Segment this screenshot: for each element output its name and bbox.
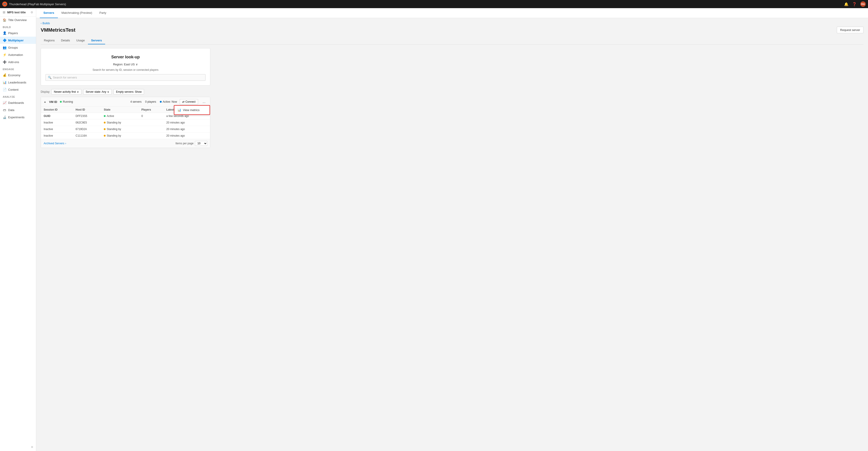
brand-gear-icon[interactable]: ⚙ (31, 11, 33, 14)
cell-state: Standing by (101, 119, 138, 126)
automation-icon: ⚡ (3, 53, 6, 57)
sidebar-item-economy[interactable]: 💰 Economy (0, 71, 36, 79)
sidebar-item-label: Automation (8, 53, 23, 57)
topbar: 🎮 Thunderhead (PlayFab Multiplayer Serve… (0, 0, 868, 8)
sidebar-item-multiplayer[interactable]: 🔷 Multiplayer (0, 37, 36, 44)
sidebar-item-groups[interactable]: 👥 Groups (0, 44, 36, 51)
app-logo: 🎮 (2, 2, 7, 6)
cell-host-id: 6719D2A (73, 126, 101, 132)
sidebar-item-label: Experiments (8, 116, 24, 119)
vm-header-row: ▲ VM ID Running 4 servers 0 players Acti… (41, 97, 210, 107)
sub-tab-usage[interactable]: Usage (73, 37, 88, 44)
sidebar-brand: ⊞ MPS test title ⚙ (0, 8, 36, 17)
build-section-label: BUILD (0, 24, 36, 29)
sidebar-item-addons[interactable]: ➕ Add-ons (0, 58, 36, 66)
search-input[interactable] (53, 76, 203, 79)
sidebar-item-label: Economy (8, 73, 20, 77)
cell-players (138, 132, 163, 139)
col-players: Players (138, 107, 163, 113)
lookup-region: Region: East US ∨ (45, 63, 206, 66)
breadcrumb[interactable]: ‹ Builds (41, 22, 864, 25)
sidebar-item-label: Multiplayer (8, 39, 24, 42)
app-title: Thunderhead (PlayFab Multiplayer Servers… (9, 2, 66, 6)
sidebar-item-dashboards[interactable]: 📈 Dashboards (0, 99, 36, 106)
sidebar: ⊞ MPS test title ⚙ 🏠 Title Overview BUIL… (0, 8, 36, 451)
table-row: Inactive 062C9E5 Standing by 20 minutes … (41, 119, 210, 126)
sidebar-item-label: Players (8, 31, 18, 35)
tab-servers[interactable]: Servers (40, 8, 58, 18)
multiplayer-icon: 🔷 (3, 38, 6, 42)
vm-more-btn[interactable]: ... (201, 99, 207, 105)
server-table: ▲ VM ID Running 4 servers 0 players Acti… (41, 97, 210, 148)
engage-section-label: ENGAGE (0, 66, 36, 71)
sub-tab-servers[interactable]: Servers (88, 37, 105, 44)
sub-tab-regions[interactable]: Regions (41, 37, 58, 44)
players-count: 0 players (145, 100, 156, 103)
cell-session-id: GUID (41, 113, 73, 119)
breadcrumb-arrow: ‹ (41, 22, 41, 25)
region-chevron-icon: ∨ (136, 63, 138, 66)
cell-activity: 20 minutes ago (164, 119, 210, 126)
vm-stats: 4 servers 0 players Active: Now (130, 100, 177, 103)
sidebar-item-label: Title Overview (8, 18, 27, 22)
players-icon: 👤 (3, 31, 6, 35)
sidebar-item-label: Content (8, 88, 19, 91)
sidebar-item-content[interactable]: 📄 Content (0, 86, 36, 93)
display-filter-btn[interactable]: Newer activity first ∨ (51, 89, 81, 94)
search-box: 🔍 (45, 74, 206, 81)
table-row: Inactive 6719D2A Standing by 20 minutes … (41, 126, 210, 132)
sidebar-item-title-overview[interactable]: 🏠 Title Overview (0, 17, 36, 24)
title-overview-icon: 🏠 (3, 18, 6, 22)
empty-servers-filter-btn[interactable]: Empty servers: Show (114, 89, 144, 94)
vm-active-dot (160, 101, 162, 103)
sub-tab-details[interactable]: Details (58, 37, 73, 44)
empty-servers-value: Empty servers: Show (116, 90, 142, 93)
server-state-filter-btn[interactable]: Server state: Any ∨ (83, 89, 112, 94)
cell-session-id: Inactive (41, 119, 73, 126)
archived-servers-link[interactable]: Archived Servers › (44, 142, 66, 145)
view-metrics-icon: 📊 (178, 108, 181, 112)
help-icon[interactable]: ❓ (852, 2, 857, 6)
per-page-dropdown[interactable]: 102050100 (195, 141, 207, 146)
page-header: VMMetricsTest Request server (41, 27, 864, 33)
cell-activity: 20 minutes ago (164, 132, 210, 139)
collapse-icon[interactable]: ▲ (44, 100, 46, 103)
groups-icon: 👥 (3, 46, 6, 49)
request-server-button[interactable]: Request server (837, 27, 864, 33)
col-state: State (101, 107, 138, 113)
sidebar-item-data[interactable]: 🗃 Data (0, 106, 36, 114)
tab-party[interactable]: Party (96, 8, 110, 18)
sidebar-item-automation[interactable]: ⚡ Automation (0, 51, 36, 58)
display-label: Display (41, 90, 50, 93)
apps-icon: ⊞ (3, 10, 5, 14)
region-label: Region: East US (113, 63, 135, 66)
vm-status: Running (60, 100, 73, 103)
archived-servers-text: Archived Servers (44, 142, 64, 145)
sidebar-item-players[interactable]: 👤 Players (0, 29, 36, 37)
items-per-page-label: Items per page (176, 142, 193, 145)
main-content: Servers Matchmaking (Preview) Party ‹ Bu… (36, 8, 868, 451)
cell-activity: 20 minutes ago (164, 126, 210, 132)
lookup-title: Server look-up (45, 55, 206, 59)
experiments-icon: 🔬 (3, 115, 6, 119)
sidebar-item-experiments[interactable]: 🔬 Experiments (0, 114, 36, 121)
display-filter-value: Newer activity first (54, 90, 76, 93)
vm-connect-btn[interactable]: ⇄ Connect (180, 99, 198, 104)
sidebar-item-label: Leaderboards (8, 81, 26, 84)
tab-matchmaking[interactable]: Matchmaking (Preview) (58, 8, 96, 18)
sidebar-collapse-btn[interactable]: « (0, 443, 36, 451)
user-avatar[interactable]: RA (860, 1, 866, 7)
notification-icon[interactable]: 🔔 (844, 2, 848, 6)
region-selector[interactable]: Region: East US ∨ (113, 63, 138, 66)
cell-players (138, 126, 163, 132)
connect-icon: ⇄ (182, 100, 185, 103)
context-menu-view-metrics[interactable]: 📊 View metrics (174, 107, 210, 114)
cell-session-id: Inactive (41, 132, 73, 139)
cell-host-id: DFF23S5 (73, 113, 101, 119)
filters-row: Display Newer activity first ∨ Server st… (41, 89, 864, 94)
sidebar-item-leaderboards[interactable]: 📊 Leaderboards (0, 79, 36, 86)
view-metrics-label: View metrics (183, 108, 199, 112)
server-state-value: Server state: Any (86, 90, 106, 93)
search-icon: 🔍 (48, 76, 52, 79)
leaderboards-icon: 📊 (3, 81, 6, 84)
